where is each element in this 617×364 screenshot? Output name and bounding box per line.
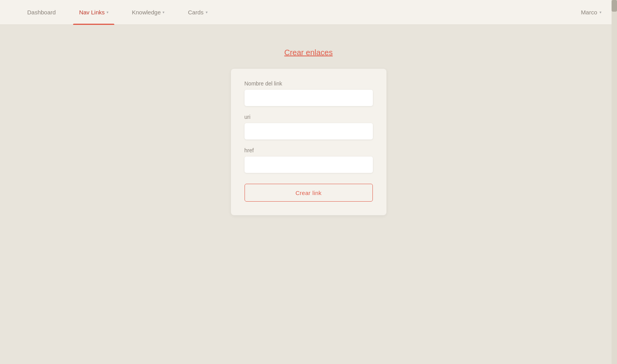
nav-item-cards[interactable]: Cards ▾ bbox=[176, 0, 219, 25]
form-group-uri: uri bbox=[245, 114, 373, 139]
nav-label-navlinks: Nav Links bbox=[79, 9, 105, 16]
chevron-down-icon: ▾ bbox=[600, 10, 601, 14]
user-menu[interactable]: Marco ▾ bbox=[581, 9, 601, 16]
label-href: href bbox=[245, 147, 373, 153]
form-group-href: href bbox=[245, 147, 373, 173]
label-uri: uri bbox=[245, 114, 373, 120]
form-group-nombre: Nombre del link bbox=[245, 80, 373, 106]
scrollbar-thumb[interactable] bbox=[612, 0, 617, 12]
submit-button[interactable]: Crear link bbox=[245, 184, 373, 202]
chevron-down-icon: ▾ bbox=[107, 10, 108, 14]
form-card: Nombre del link uri href Crear link bbox=[231, 69, 386, 215]
nav-label-knowledge: Knowledge bbox=[132, 9, 161, 16]
page-title: Crear enlaces bbox=[284, 48, 333, 57]
nav-item-navlinks[interactable]: Nav Links ▾ bbox=[67, 0, 120, 25]
input-nombre[interactable] bbox=[245, 90, 373, 106]
nav-item-knowledge[interactable]: Knowledge ▾ bbox=[120, 0, 176, 25]
label-nombre: Nombre del link bbox=[245, 80, 373, 87]
nav-label-dashboard: Dashboard bbox=[27, 9, 56, 16]
scrollbar[interactable] bbox=[612, 0, 617, 364]
main-content: Crear enlaces Nombre del link uri href C… bbox=[0, 25, 617, 364]
nav-item-dashboard[interactable]: Dashboard bbox=[16, 0, 67, 25]
chevron-down-icon: ▾ bbox=[206, 10, 208, 14]
nav-label-cards: Cards bbox=[188, 9, 203, 16]
input-href[interactable] bbox=[245, 157, 373, 173]
navbar: Dashboard Nav Links ▾ Knowledge ▾ Cards … bbox=[0, 0, 617, 25]
input-uri[interactable] bbox=[245, 123, 373, 139]
chevron-down-icon: ▾ bbox=[163, 10, 164, 14]
user-name: Marco bbox=[581, 9, 597, 16]
nav-items: Dashboard Nav Links ▾ Knowledge ▾ Cards … bbox=[16, 0, 581, 25]
